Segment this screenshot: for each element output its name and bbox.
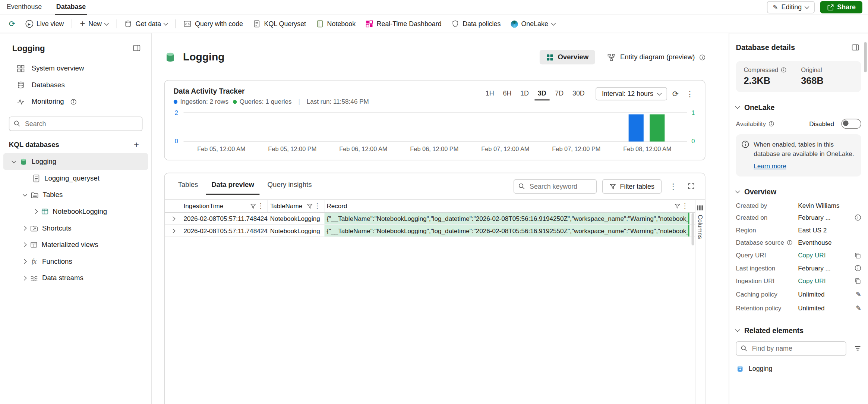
- table-more-button[interactable]: ⋮: [667, 180, 679, 192]
- range-3d-button[interactable]: 3D: [534, 87, 550, 101]
- filter-icon[interactable]: [307, 203, 313, 209]
- info-icon[interactable]: [71, 98, 77, 104]
- info-icon[interactable]: [769, 121, 774, 126]
- filter-tables-button[interactable]: Filter tables: [602, 179, 662, 194]
- chart-bar-ingestion: [629, 115, 644, 141]
- sidebar-item-databases[interactable]: Databases: [0, 76, 151, 93]
- filter-icon[interactable]: [674, 203, 680, 209]
- table-scrollbar[interactable]: [692, 213, 694, 245]
- refresh-button[interactable]: ⟳: [4, 18, 20, 30]
- add-kql-database-button[interactable]: +: [130, 139, 143, 151]
- chart-refresh-button[interactable]: ⟳: [669, 88, 682, 100]
- onelake-button[interactable]: OneLake: [506, 18, 559, 30]
- expand-button[interactable]: [685, 180, 697, 192]
- tree-item-notebooklogging[interactable]: NotebookLogging: [3, 203, 148, 220]
- get-data-button[interactable]: Get data: [120, 18, 172, 30]
- interval-dropdown[interactable]: Interval: 12 hours: [596, 87, 667, 101]
- editing-label: Editing: [781, 3, 802, 11]
- details-title: Database details: [736, 43, 795, 51]
- collapse-details-button[interactable]: [849, 41, 861, 53]
- edit-caching-policy-button[interactable]: ✎: [856, 290, 861, 298]
- table-row[interactable]: 2026-02-08T05:57:11.7484242Z NotebookLog…: [165, 225, 695, 237]
- tab-database[interactable]: Database: [55, 0, 87, 15]
- columns-panel-collapsed[interactable]: Columns: [695, 200, 705, 404]
- related-elements-section-header[interactable]: Related elements: [736, 326, 861, 334]
- column-menu-button[interactable]: ⋮: [256, 202, 265, 210]
- chevron-right-icon: [22, 259, 27, 264]
- tab-query-insights[interactable]: Query insights: [262, 178, 318, 195]
- kql-queryset-button[interactable]: KQL Queryset: [249, 18, 310, 30]
- cell-record: {"__TableName":"NotebookLogging","log_da…: [324, 213, 689, 224]
- column-menu-button[interactable]: ⋮: [681, 202, 689, 210]
- column-menu-button[interactable]: ⋮: [313, 202, 322, 210]
- tree-item-data-streams[interactable]: Data streams: [3, 270, 148, 286]
- range-1h-button[interactable]: 1H: [482, 87, 498, 101]
- tab-tables[interactable]: Tables: [173, 178, 204, 195]
- sidebar-item-system-overview[interactable]: System overview: [0, 60, 151, 77]
- y-axis-left-tick-bottom: 0: [175, 138, 178, 144]
- availability-label: Availability: [736, 120, 766, 127]
- view-tab-entity-diagram[interactable]: Entity diagram (preview): [607, 53, 706, 61]
- info-icon[interactable]: [855, 265, 861, 272]
- related-item-logging[interactable]: Logging: [736, 364, 861, 373]
- row-expand-icon[interactable]: [170, 228, 175, 233]
- data-policies-button[interactable]: Data policies: [447, 18, 505, 30]
- filter-icon[interactable]: [250, 203, 256, 209]
- live-view-button[interactable]: ▶ Live view: [21, 18, 68, 30]
- copy-ingestion-uri-link[interactable]: Copy URI: [798, 278, 854, 284]
- table-row[interactable]: 2026-02-08T05:57:11.7484242Z NotebookLog…: [165, 213, 695, 225]
- chart-x-label: Feb 07, 12:00 PM: [552, 145, 600, 152]
- range-30d-button[interactable]: 30D: [569, 87, 588, 101]
- search-icon: [13, 120, 20, 127]
- sidebar-item-monitoring[interactable]: Monitoring: [0, 93, 151, 110]
- filter-icon[interactable]: [854, 345, 861, 352]
- column-label: Record: [326, 203, 347, 209]
- tree-item-functions[interactable]: fx Functions: [3, 253, 148, 270]
- row-expand-icon[interactable]: [170, 216, 175, 221]
- sidebar-search-input[interactable]: [9, 116, 143, 131]
- realtime-dashboard-button[interactable]: Real-Time Dashboard: [361, 18, 446, 30]
- share-icon: [827, 4, 834, 11]
- column-header-tablename[interactable]: TableName ⋮: [268, 200, 325, 212]
- edit-retention-policy-button[interactable]: ✎: [856, 304, 861, 312]
- keyword-search-input[interactable]: [514, 179, 597, 194]
- tree-item-materialized-views[interactable]: Materialized views: [3, 237, 148, 253]
- view-tab-overview[interactable]: Overview: [539, 50, 595, 65]
- tree-item-tables[interactable]: Tables: [3, 187, 148, 203]
- range-7d-button[interactable]: 7D: [552, 87, 567, 101]
- tab-data-preview[interactable]: Data preview: [206, 178, 260, 195]
- info-icon[interactable]: [781, 67, 787, 73]
- chart-more-button[interactable]: ⋮: [684, 88, 696, 100]
- copy-query-uri-link[interactable]: Copy URI: [798, 252, 854, 259]
- collapse-panel-button[interactable]: [130, 42, 143, 54]
- tree-item-logging-queryset[interactable]: Logging_queryset: [3, 170, 148, 187]
- query-with-code-button[interactable]: Query with code: [179, 18, 247, 30]
- copy-ingestion-uri-button[interactable]: [854, 277, 861, 284]
- overview-section-header[interactable]: Overview: [736, 188, 861, 196]
- compressed-stat: Compressed 2.3KB: [744, 67, 786, 87]
- copy-query-uri-button[interactable]: [854, 252, 861, 259]
- find-by-name-input[interactable]: [736, 341, 846, 356]
- notebook-button[interactable]: Notebook: [312, 18, 360, 30]
- details-scrollbar[interactable]: [864, 42, 867, 72]
- range-1d-button[interactable]: 1D: [517, 87, 532, 101]
- detail-value: Eventhouse: [798, 239, 861, 246]
- learn-more-link[interactable]: Learn more: [754, 162, 786, 171]
- onelake-section-header[interactable]: OneLake: [736, 103, 861, 112]
- new-button[interactable]: + New: [76, 17, 113, 31]
- expander-column-header: [165, 200, 182, 212]
- column-header-record[interactable]: Record ⋮: [324, 200, 695, 212]
- share-button[interactable]: Share: [820, 1, 862, 13]
- info-icon[interactable]: [855, 214, 861, 221]
- tree-item-logging-database[interactable]: Logging: [3, 153, 148, 170]
- column-header-ingestiontime[interactable]: IngestionTime ⋮: [182, 200, 268, 212]
- range-6h-button[interactable]: 6H: [500, 87, 515, 101]
- sidebar-item-label: System overview: [32, 65, 84, 72]
- sidebar: Logging System overview Databases Monito…: [0, 33, 152, 404]
- tree-item-shortcuts[interactable]: Shortcuts: [3, 220, 148, 237]
- editing-mode-button[interactable]: ✎ Editing: [767, 1, 814, 13]
- info-icon[interactable]: [699, 54, 705, 60]
- tab-eventhouse[interactable]: Eventhouse: [6, 0, 43, 15]
- availability-toggle[interactable]: [841, 119, 861, 129]
- info-icon[interactable]: [787, 240, 792, 245]
